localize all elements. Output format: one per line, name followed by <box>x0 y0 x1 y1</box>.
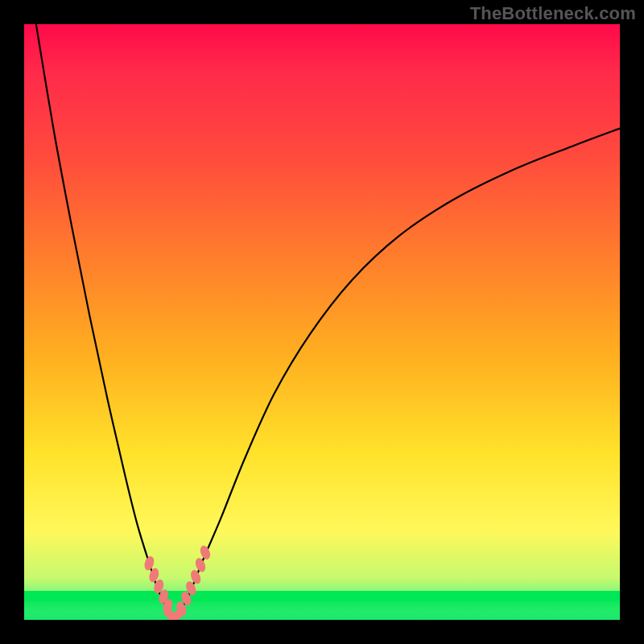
data-point-marker <box>198 544 212 561</box>
chart-frame: TheBottleneck.com <box>0 0 644 644</box>
data-point-markers <box>142 544 212 620</box>
plot-area <box>24 24 620 620</box>
data-point-marker <box>175 609 184 618</box>
left-branch-curve <box>36 24 173 620</box>
curve-layer <box>24 24 620 620</box>
watermark-label: TheBottleneck.com <box>470 3 636 24</box>
right-branch-curve <box>173 129 620 621</box>
